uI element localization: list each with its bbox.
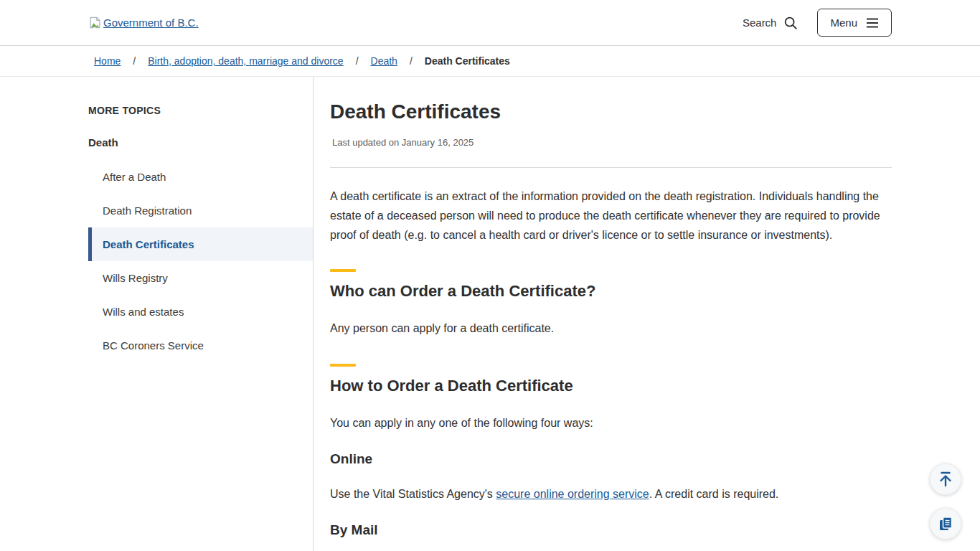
online-text-after: . A credit card is required. <box>649 488 779 500</box>
breadcrumb-separator: / <box>133 55 136 67</box>
who-can-order-paragraph: Any person can apply for a death certifi… <box>330 319 892 338</box>
online-heading: Online <box>330 451 892 467</box>
sidebar-item-death-certificates[interactable]: Death Certificates <box>88 227 313 261</box>
search-icon <box>783 15 798 31</box>
back-to-top-button[interactable] <box>930 463 961 495</box>
sidebar: MORE TOPICS Death After a Death Death Re… <box>0 77 314 551</box>
arrow-up-to-top-icon <box>937 471 954 488</box>
breadcrumb-link-home[interactable]: Home <box>94 55 121 67</box>
sidebar-item-death-section[interactable]: Death <box>88 136 313 149</box>
who-can-order-heading: Who can Order a Death Certificate? <box>330 281 892 301</box>
copy-pages-icon <box>936 514 955 533</box>
title-divider <box>330 167 892 168</box>
breadcrumb-link-death[interactable]: Death <box>371 55 397 67</box>
site-header: Government of B.C. Search Menu <box>0 0 980 46</box>
sidebar-item-death-registration[interactable]: Death Registration <box>88 194 313 227</box>
breadcrumb: Home / Birth, adoption, death, marriage … <box>0 46 980 77</box>
search-label: Search <box>743 17 777 29</box>
logo-link[interactable]: Government of B.C. <box>88 16 199 29</box>
sidebar-item-after-a-death[interactable]: After a Death <box>88 160 313 194</box>
breadcrumb-link-birth-adoption[interactable]: Birth, adoption, death, marriage and div… <box>148 55 343 67</box>
page-title: Death Certificates <box>330 100 892 124</box>
menu-label: Menu <box>830 17 857 29</box>
by-mail-heading: By Mail <box>330 522 892 538</box>
gold-accent-bar <box>330 364 356 367</box>
online-paragraph: Use the Vital Statistics Agency's secure… <box>330 484 892 504</box>
search-button[interactable]: Search <box>743 15 799 31</box>
intro-paragraph: A death certificate is an extract of the… <box>330 187 892 245</box>
breadcrumb-separator: / <box>410 55 413 67</box>
content-layout: MORE TOPICS Death After a Death Death Re… <box>0 77 980 551</box>
online-text-before: Use the Vital Statistics Agency's <box>330 488 496 500</box>
breadcrumb-current: Death Certificates <box>425 55 510 67</box>
breadcrumb-separator: / <box>356 55 359 67</box>
gold-accent-bar <box>330 269 356 272</box>
sidebar-item-wills-registry[interactable]: Wills Registry <box>88 261 313 295</box>
copy-page-button[interactable] <box>930 508 961 540</box>
how-to-order-heading: How to Order a Death Certificate <box>330 376 892 396</box>
sidebar-list: After a Death Death Registration Death C… <box>88 160 313 362</box>
broken-image-icon <box>88 16 102 29</box>
hamburger-icon <box>866 17 879 29</box>
last-updated: Last updated on January 16, 2025 <box>330 137 892 148</box>
main-content: Death Certificates Last updated on Janua… <box>314 77 892 551</box>
sidebar-item-bc-coroners-service[interactable]: BC Coroners Service <box>88 329 313 362</box>
sidebar-item-wills-and-estates[interactable]: Wills and estates <box>88 295 313 329</box>
sidebar-heading: MORE TOPICS <box>88 105 313 116</box>
logo-text: Government of B.C. <box>103 17 199 29</box>
menu-button[interactable]: Menu <box>817 9 892 37</box>
secure-online-ordering-link[interactable]: secure online ordering service <box>496 488 649 500</box>
how-to-order-paragraph: You can apply in any one of the followin… <box>330 413 892 433</box>
